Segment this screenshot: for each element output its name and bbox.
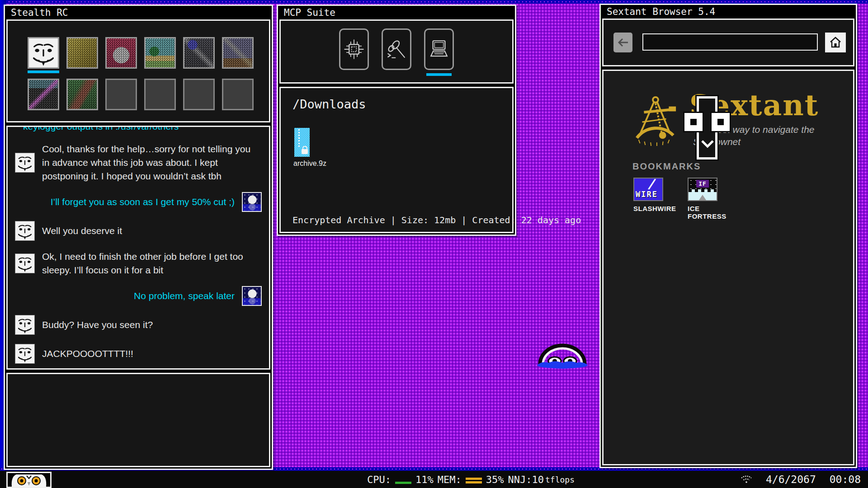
avatar-tile-empty[interactable] [105,79,137,110]
window-stealth-rc: Stealth RC keylogger output is in :/usr/… [4,5,273,470]
taskbar-clock-area: 4/6/2067 00:08 [741,471,861,488]
browser-navbar [602,19,854,66]
desktop-top-edge [0,0,868,4]
avatar-tile-olive[interactable] [66,37,98,69]
laptop-tool-button[interactable] [424,28,454,70]
url-input[interactable] [642,33,818,51]
bookmark-label: SLASHWIRE [633,205,683,212]
mem-label: MEM: [438,474,462,485]
avatar-tile-empty[interactable] [222,79,254,110]
file-name: archive.9z [293,160,328,168]
chat-message-in: Buddy? Have you seen it? [15,315,262,335]
mcp-file-area: /Downloads archive.9z Encrypted Archive … [279,87,514,233]
browser-title: Sextant Browser 5.4 [601,5,856,19]
file-archive[interactable]: archive.9z [293,128,328,168]
mcp-toolbar [279,19,514,84]
avatar-tile-empty[interactable] [144,79,176,110]
mcp-suite-title: MCP Suite [278,6,515,19]
ice-fortress-wall [689,189,717,200]
message-text: Ok, I need to finish the other job befor… [42,250,258,277]
avatar-tile-night[interactable] [183,37,215,69]
nnj-unit: tflops [545,475,575,484]
path-heading: /Downloads [292,97,500,111]
moon-avatar [242,192,262,212]
encrypted-archive-icon [294,128,310,157]
avatar-tile-pink-streak[interactable] [28,79,59,110]
message-text: Buddy? Have you seen it? [42,318,153,332]
avatar-tile-red-cat[interactable] [105,37,137,69]
guy-fawkes-avatar [15,253,35,273]
bookmark-label: ICE FORTRESS [688,205,737,220]
browser-page: Sextant The best way to navigate the Sha… [602,70,854,465]
cpu-label: CPU: [367,474,391,485]
owl-icon [8,473,50,487]
chat-message-in: Cool, thanks for the help…sorry for not … [15,142,262,183]
bookmark-ice-fortress[interactable]: IF ICE FORTRESS [688,178,737,220]
chat-message-in: Ok, I need to finish the other job befor… [15,250,262,277]
chat-message-out: I’ll forget you as soon as I get my 50% … [15,192,262,212]
message-text: JACKPOOOOTTTT!!! [42,347,133,361]
avatar-tile-empty[interactable] [183,79,215,110]
if-badge: IF [696,180,709,188]
bookmark-slashwire[interactable]: / WIRE SLASHWIRE [633,178,683,212]
mascot-overlay [697,96,717,160]
chat-message-in: Well you deserve it [15,221,262,241]
guy-fawkes-avatar [15,221,35,241]
chat-message-in: JACKPOOOOTTTT!!! [15,344,262,364]
mem-value: 35% [486,474,504,485]
slashwire-icon: / WIRE [633,178,663,201]
mascot-mouth [700,140,715,150]
home-button[interactable] [825,33,846,52]
mem-bars [466,478,482,483]
desktop-creature [534,340,590,370]
home-icon [829,36,842,49]
window-sextant-browser: Sextant Browser 5.4 Se [599,4,857,468]
date-display: 4/6/2067 [766,474,816,485]
desktop: Stealth RC keylogger output is in :/usr/… [0,0,868,488]
selected-avatar-underline [28,70,59,73]
avatar-grid [6,19,270,122]
ice-fortress-icon: IF [688,178,717,201]
nnj-label: NNJ:10 [508,474,543,485]
back-button[interactable] [613,33,632,52]
cpu-bar [395,482,411,484]
message-text: keylogger output is in :/usr/var/others [23,126,179,133]
moon-avatar [242,286,262,306]
guy-fawkes-avatar [15,153,35,173]
avatar-tile-forest[interactable] [66,79,98,110]
exploit-tool-button[interactable] [382,28,411,70]
window-mcp-suite: MCP Suite /Downloads archive.9z Encrypte… [277,5,516,236]
selected-tool-underline [426,73,452,76]
mascot-eye-right [710,112,731,132]
taskbar: CPU: 11% MEM: 35% NNJ:10 tflops 4/6/2067… [0,471,868,488]
message-text: Well you deserve it [42,224,122,238]
mascot-eye-left [683,112,704,132]
chat-message-out: No problem, speak later [15,286,262,306]
message-text: No problem, speak later [134,289,235,303]
message-text: Cool, thanks for the help…sorry for not … [42,142,258,183]
system-stats: CPU: 11% MEM: 35% NNJ:10 tflops [367,471,575,488]
chat-input-area[interactable] [6,373,270,467]
status-bar: Encrypted Archive | Size: 12mb | Created… [292,215,581,225]
stealth-rc-title: Stealth RC [5,6,272,19]
avatar-tile-haze[interactable] [222,37,254,69]
guy-fawkes-avatar [15,344,35,364]
back-arrow-icon [617,38,629,47]
avatar-tile-guy-fawkes[interactable] [28,37,59,69]
chat-message-clipped: keylogger output is in :/usr/var/others [15,126,262,133]
wire-text: WIRE [636,190,658,199]
wifi-icon [741,475,752,484]
cpu-value: 11% [415,474,434,485]
lock-icon [302,149,308,154]
chat-history: keylogger output is in :/usr/var/others … [6,126,270,370]
message-text: I’ll forget you as soon as I get my 50% … [51,195,235,209]
guy-fawkes-avatar [15,315,35,335]
sextant-logo-icon [631,94,679,149]
avatar-tile-beach[interactable] [144,37,176,69]
bookmarks-heading: BOOKMARKS [632,161,701,172]
owl-start-button[interactable] [6,472,52,488]
time-display: 00:08 [830,474,861,485]
chip-tool-button[interactable] [339,28,369,70]
